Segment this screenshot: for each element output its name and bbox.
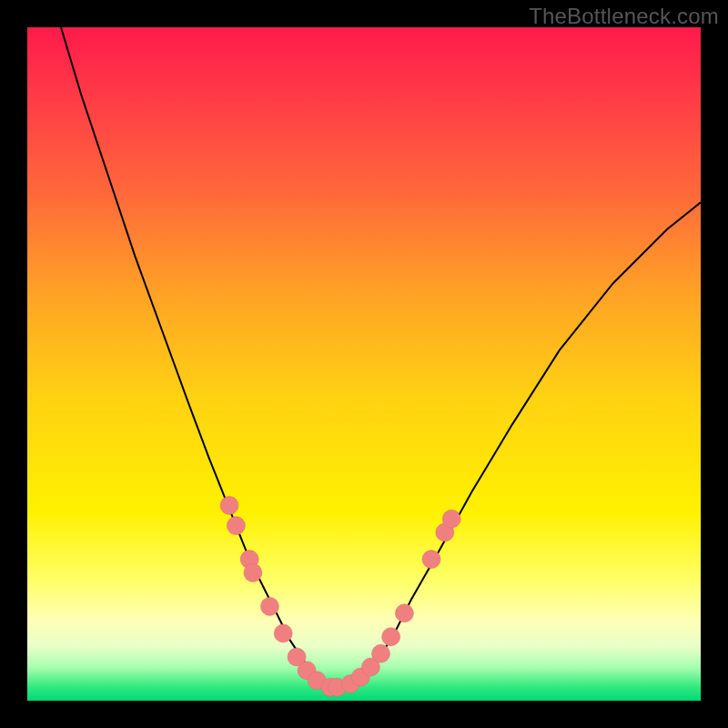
curve-marker xyxy=(442,510,460,528)
curve-marker xyxy=(382,628,400,646)
watermark-text: TheBottleneck.com xyxy=(529,4,719,29)
curve-marker xyxy=(395,604,413,622)
curve-marker xyxy=(227,517,245,535)
plot-area xyxy=(27,27,701,701)
curve-marker xyxy=(244,563,262,581)
curve-marker xyxy=(274,624,292,642)
chart-stage: TheBottleneck.com xyxy=(0,0,728,728)
bottleneck-curve xyxy=(61,27,701,687)
curve-markers xyxy=(220,496,460,696)
curve-marker xyxy=(372,644,390,662)
curve-marker xyxy=(220,496,238,514)
curve-layer xyxy=(27,27,701,701)
curve-marker xyxy=(260,597,278,615)
curve-marker xyxy=(422,551,440,569)
